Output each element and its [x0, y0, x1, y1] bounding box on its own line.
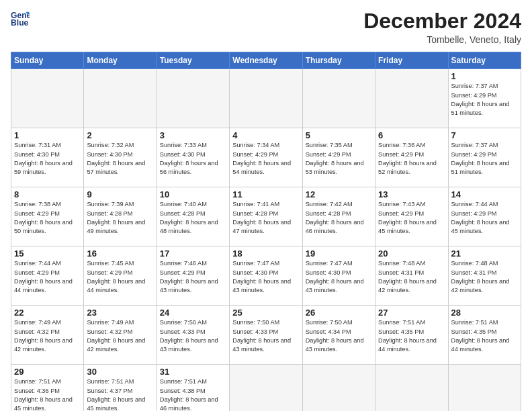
- calendar-week-row: 22Sunrise: 7:49 AMSunset: 4:32 PMDayligh…: [11, 306, 521, 365]
- day-header-tuesday: Tuesday: [157, 52, 229, 69]
- cell-info: Sunrise: 7:34 AMSunset: 4:29 PMDaylight:…: [232, 141, 299, 177]
- calendar-cell: 3Sunrise: 7:33 AMSunset: 4:30 PMDaylight…: [157, 128, 229, 187]
- day-number: 8: [14, 189, 81, 199]
- cell-info: Sunrise: 7:48 AMSunset: 4:31 PMDaylight:…: [378, 259, 445, 295]
- calendar-cell: [230, 365, 302, 411]
- calendar-week-row: 29Sunrise: 7:51 AMSunset: 4:36 PMDayligh…: [11, 365, 521, 411]
- calendar-cell: 24Sunrise: 7:50 AMSunset: 4:33 PMDayligh…: [157, 306, 229, 365]
- cell-info: Sunrise: 7:47 AMSunset: 4:30 PMDaylight:…: [306, 259, 372, 295]
- calendar-cell: [230, 69, 302, 128]
- day-number: 20: [378, 248, 445, 259]
- cell-info: Sunrise: 7:51 AMSunset: 4:36 PMDaylight:…: [14, 377, 81, 411]
- month-title: December 2024: [363, 9, 521, 33]
- day-header-friday: Friday: [375, 52, 448, 69]
- calendar-cell: 2Sunrise: 7:32 AMSunset: 4:30 PMDaylight…: [84, 128, 157, 187]
- location: Tombelle, Veneto, Italy: [363, 34, 521, 45]
- calendar-week-row: 8Sunrise: 7:38 AMSunset: 4:29 PMDaylight…: [11, 187, 521, 246]
- calendar-cell: 23Sunrise: 7:49 AMSunset: 4:32 PMDayligh…: [84, 306, 157, 365]
- cell-info: Sunrise: 7:31 AMSunset: 4:30 PMDaylight:…: [14, 141, 81, 177]
- calendar-cell: 11Sunrise: 7:41 AMSunset: 4:28 PMDayligh…: [230, 187, 302, 246]
- day-number: 26: [306, 308, 372, 318]
- logo: General Blue: [11, 9, 30, 28]
- day-number: 22: [14, 308, 81, 318]
- calendar-cell: 7Sunrise: 7:37 AMSunset: 4:29 PMDaylight…: [448, 128, 521, 187]
- cell-info: Sunrise: 7:50 AMSunset: 4:33 PMDaylight:…: [160, 318, 226, 354]
- day-number: 28: [451, 308, 518, 318]
- calendar-cell: 9Sunrise: 7:39 AMSunset: 4:28 PMDaylight…: [84, 187, 157, 246]
- day-number: 24: [160, 308, 226, 318]
- calendar-cell: 15Sunrise: 7:44 AMSunset: 4:29 PMDayligh…: [11, 246, 84, 306]
- calendar-cell: [302, 365, 375, 411]
- title-block: December 2024 Tombelle, Veneto, Italy: [363, 9, 521, 45]
- day-number: 15: [14, 248, 81, 259]
- calendar-cell: 29Sunrise: 7:51 AMSunset: 4:36 PMDayligh…: [11, 365, 84, 411]
- calendar-cell: 22Sunrise: 7:49 AMSunset: 4:32 PMDayligh…: [11, 306, 84, 365]
- day-number: 11: [232, 189, 299, 199]
- day-number: 25: [232, 308, 299, 318]
- day-number: 9: [87, 189, 153, 199]
- calendar-cell: 16Sunrise: 7:45 AMSunset: 4:29 PMDayligh…: [84, 246, 157, 306]
- cell-info: Sunrise: 7:35 AMSunset: 4:29 PMDaylight:…: [306, 141, 372, 177]
- cell-info: Sunrise: 7:44 AMSunset: 4:29 PMDaylight:…: [14, 259, 81, 295]
- cell-info: Sunrise: 7:36 AMSunset: 4:29 PMDaylight:…: [378, 141, 445, 177]
- cell-info: Sunrise: 7:44 AMSunset: 4:29 PMDaylight:…: [451, 200, 518, 236]
- cell-info: Sunrise: 7:49 AMSunset: 4:32 PMDaylight:…: [87, 318, 153, 354]
- day-number: 12: [306, 189, 372, 199]
- day-number: 16: [87, 248, 153, 259]
- svg-text:Blue: Blue: [11, 18, 29, 28]
- day-number: 23: [87, 308, 153, 318]
- day-number: 6: [378, 130, 445, 140]
- calendar-cell: 8Sunrise: 7:38 AMSunset: 4:29 PMDaylight…: [11, 187, 84, 246]
- day-header-monday: Monday: [84, 52, 157, 69]
- calendar-cell: [157, 69, 229, 128]
- calendar-cell: 19Sunrise: 7:47 AMSunset: 4:30 PMDayligh…: [302, 246, 375, 306]
- calendar-cell: 28Sunrise: 7:51 AMSunset: 4:35 PMDayligh…: [448, 306, 521, 365]
- day-number: 14: [451, 189, 518, 199]
- cell-info: Sunrise: 7:32 AMSunset: 4:30 PMDaylight:…: [87, 141, 153, 177]
- day-number: 19: [306, 248, 372, 259]
- day-header-thursday: Thursday: [302, 52, 375, 69]
- cell-info: Sunrise: 7:33 AMSunset: 4:30 PMDaylight:…: [160, 141, 226, 177]
- cell-info: Sunrise: 7:48 AMSunset: 4:31 PMDaylight:…: [451, 259, 518, 295]
- cell-info: Sunrise: 7:42 AMSunset: 4:28 PMDaylight:…: [306, 200, 372, 236]
- cell-info: Sunrise: 7:50 AMSunset: 4:34 PMDaylight:…: [306, 318, 372, 354]
- day-number: 13: [378, 189, 445, 199]
- calendar-cell: 5Sunrise: 7:35 AMSunset: 4:29 PMDaylight…: [302, 128, 375, 187]
- calendar-week-row: 1Sunrise: 7:31 AMSunset: 4:30 PMDaylight…: [11, 128, 521, 187]
- calendar-cell: 18Sunrise: 7:47 AMSunset: 4:30 PMDayligh…: [230, 246, 302, 306]
- calendar-cell: 20Sunrise: 7:48 AMSunset: 4:31 PMDayligh…: [375, 246, 448, 306]
- cell-info: Sunrise: 7:38 AMSunset: 4:29 PMDaylight:…: [14, 200, 81, 236]
- calendar-header-row: SundayMondayTuesdayWednesdayThursdayFrid…: [11, 52, 521, 69]
- calendar-cell: 30Sunrise: 7:51 AMSunset: 4:37 PMDayligh…: [84, 365, 157, 411]
- cell-info: Sunrise: 7:51 AMSunset: 4:35 PMDaylight:…: [451, 318, 518, 354]
- cell-info: Sunrise: 7:49 AMSunset: 4:32 PMDaylight:…: [14, 318, 81, 354]
- header: General Blue December 2024 Tombelle, Ven…: [11, 9, 521, 45]
- cell-info: Sunrise: 7:51 AMSunset: 4:37 PMDaylight:…: [87, 377, 153, 411]
- cell-info: Sunrise: 7:39 AMSunset: 4:28 PMDaylight:…: [87, 200, 153, 236]
- day-number: 27: [378, 308, 445, 318]
- cell-info: Sunrise: 7:47 AMSunset: 4:30 PMDaylight:…: [232, 259, 299, 295]
- calendar-cell: 13Sunrise: 7:43 AMSunset: 4:29 PMDayligh…: [375, 187, 448, 246]
- day-number: 31: [160, 367, 226, 377]
- day-number: 1: [14, 130, 81, 140]
- calendar-cell: 1Sunrise: 7:37 AMSunset: 4:29 PMDaylight…: [448, 69, 521, 128]
- calendar-cell: 10Sunrise: 7:40 AMSunset: 4:28 PMDayligh…: [157, 187, 229, 246]
- calendar-cell: [448, 365, 521, 411]
- calendar-cell: [375, 69, 448, 128]
- calendar-table: SundayMondayTuesdayWednesdayThursdayFrid…: [11, 52, 521, 411]
- calendar-cell: [302, 69, 375, 128]
- day-number: 30: [87, 367, 153, 377]
- cell-info: Sunrise: 7:37 AMSunset: 4:29 PMDaylight:…: [451, 141, 518, 177]
- day-number: 1: [451, 71, 518, 81]
- calendar-cell: 14Sunrise: 7:44 AMSunset: 4:29 PMDayligh…: [448, 187, 521, 246]
- calendar-cell: 6Sunrise: 7:36 AMSunset: 4:29 PMDaylight…: [375, 128, 448, 187]
- calendar-cell: 4Sunrise: 7:34 AMSunset: 4:29 PMDaylight…: [230, 128, 302, 187]
- day-number: 10: [160, 189, 226, 199]
- calendar-cell: [11, 69, 84, 128]
- day-number: 3: [160, 130, 226, 140]
- day-number: 21: [451, 248, 518, 259]
- day-number: 2: [87, 130, 153, 140]
- calendar-cell: 27Sunrise: 7:51 AMSunset: 4:35 PMDayligh…: [375, 306, 448, 365]
- cell-info: Sunrise: 7:43 AMSunset: 4:29 PMDaylight:…: [378, 200, 445, 236]
- day-number: 4: [232, 130, 299, 140]
